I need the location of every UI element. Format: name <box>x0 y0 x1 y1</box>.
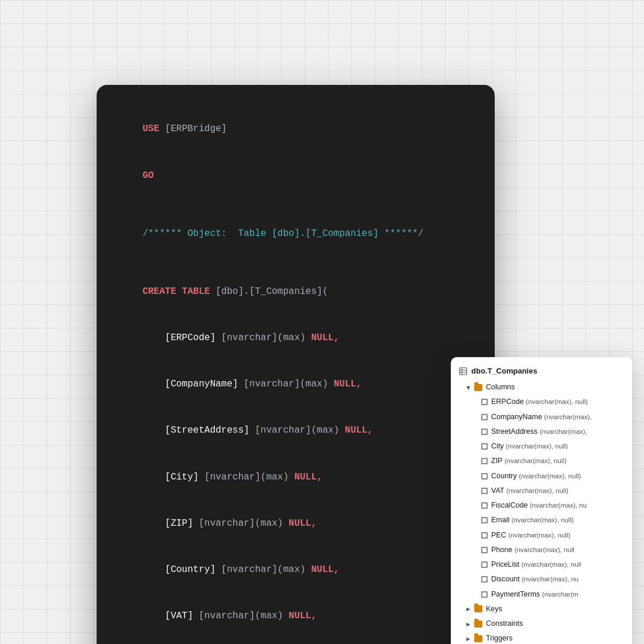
col-icon-street <box>481 429 488 435</box>
col-text-country: Country (nvarchar(max), null) <box>491 470 581 482</box>
col-vat: [VAT] [nvarchar](max) NULL, <box>120 593 471 639</box>
keyword-use: USE <box>142 124 159 134</box>
col-text-erp: ERPCode (nvarchar(max), null) <box>491 396 588 408</box>
col-text-payment: PaymentTerms (nvarchar(m <box>491 588 578 601</box>
col-icon-vat <box>481 488 488 494</box>
col-row-pricelist: PriceList (nvarchar(max), null <box>451 557 632 572</box>
col-text-fiscal: FiscalCode (nvarchar(max), nu <box>491 499 587 512</box>
col-icon-fiscal <box>481 502 488 509</box>
col-row-city: City (nvarchar(max), null) <box>451 439 632 454</box>
db-name: [ERPBridge] <box>159 124 227 134</box>
code-panel: USE [ERPBridge] GO /****** Object: Table… <box>97 85 495 644</box>
keys-section[interactable]: ► Keys <box>451 602 632 616</box>
code-line-create: CREATE TABLE [dbo].[T_Companies]( <box>120 269 471 315</box>
col-text-city: City (nvarchar(max), null) <box>491 440 568 453</box>
comment-text: /****** Object: Table [dbo].[T_Companies… <box>142 228 423 239</box>
table-icon <box>459 367 467 375</box>
col-row-pec: PEC (nvarchar(max), null) <box>451 528 632 543</box>
col-row-email: Email (nvarchar(max), null) <box>451 513 632 527</box>
col-text-email: Email (nvarchar(max), null) <box>491 514 574 526</box>
explorer-title-row: dbo.T_Companies <box>451 365 632 380</box>
triggers-section[interactable]: ► Triggers <box>451 631 632 644</box>
col-city: [City] [nvarchar](max) NULL, <box>120 454 471 500</box>
columns-label: Columns <box>486 381 515 393</box>
col-fiscal: [FiscalCode] [nvarchar](max) NULL, <box>120 639 471 644</box>
col-company: [CompanyName] [nvarchar](max) NULL, <box>120 361 471 407</box>
col-icon-country <box>481 473 488 479</box>
col-text-phone: Phone (nvarchar(max), null <box>491 544 574 556</box>
keys-label: Keys <box>486 603 502 615</box>
table-name: [dbo].[T_Companies]( <box>210 286 328 297</box>
blank-1 <box>120 198 471 210</box>
col-row-street: StreetAddress (nvarchar(max), <box>451 424 632 439</box>
col-street: [StreetAddress] [nvarchar](max) NULL, <box>120 407 471 454</box>
keyword-go1: GO <box>142 170 153 181</box>
col-icon-email <box>481 517 488 523</box>
col-icon-company <box>481 414 488 420</box>
expand-icon-triggers: ► <box>465 635 472 642</box>
col-icon-city <box>481 443 488 450</box>
col-icon-phone <box>481 547 488 553</box>
explorer-panel: dbo.T_Companies ▼ Columns ERPCode (nvarc… <box>451 357 632 644</box>
col-text-zip: ZIP (nvarchar(max), null) <box>491 455 567 467</box>
col-row-vat: VAT (nvarchar(max), null) <box>451 484 632 498</box>
keys-folder-icon <box>474 605 482 612</box>
col-text-pec: PEC (nvarchar(max), null) <box>491 529 570 542</box>
code-line-go1: GO <box>120 152 471 198</box>
col-text-pricelist: PriceList (nvarchar(max), null <box>491 559 581 571</box>
col-icon-pec <box>481 532 488 539</box>
col-icon-pricelist <box>481 561 488 568</box>
code-line-use: USE [ERPBridge] <box>120 106 471 152</box>
col-row-company: CompanyName (nvarchar(max), <box>451 410 632 424</box>
col-row-discount: Discount (nvarchar(max), nu <box>451 572 632 587</box>
col-row-phone: Phone (nvarchar(max), null <box>451 543 632 557</box>
col-text-company: CompanyName (nvarchar(max), <box>491 411 591 423</box>
col-icon-payment <box>481 591 488 598</box>
keyword-create: CREATE <box>142 286 176 297</box>
col-zip: [ZIP] [nvarchar](max) NULL, <box>120 500 471 546</box>
col-row-payment: PaymentTerms (nvarchar(m <box>451 587 632 602</box>
col-erp: [ERPCode] [nvarchar](max) NULL, <box>120 315 471 361</box>
keyword-table: TABLE <box>176 286 210 297</box>
constraints-folder-icon <box>474 621 482 628</box>
col-row-fiscal: FiscalCode (nvarchar(max), nu <box>451 498 632 513</box>
col-text-discount: Discount (nvarchar(max), nu <box>491 573 578 585</box>
collapse-icon: ▼ <box>465 384 472 391</box>
expand-icon-constraints: ► <box>465 621 472 628</box>
code-line-comment: /****** Object: Table [dbo].[T_Companies… <box>120 210 471 256</box>
col-text-vat: VAT (nvarchar(max), null) <box>491 485 568 497</box>
col-text-street: StreetAddress (nvarchar(max), <box>491 426 587 438</box>
triggers-label: Triggers <box>486 632 512 644</box>
svg-rect-0 <box>460 368 467 375</box>
constraints-label: Constraints <box>486 618 523 630</box>
expand-icon-keys: ► <box>465 605 472 612</box>
constraints-section[interactable]: ► Constraints <box>451 616 632 631</box>
columns-folder-icon <box>474 384 482 391</box>
blank-2 <box>120 257 471 269</box>
col-row-country: Country (nvarchar(max), null) <box>451 469 632 484</box>
col-row-erp: ERPCode (nvarchar(max), null) <box>451 395 632 409</box>
col-icon-discount <box>481 576 488 583</box>
columns-section[interactable]: ▼ Columns <box>451 380 632 395</box>
triggers-folder-icon <box>474 635 482 642</box>
col-icon-zip <box>481 458 488 464</box>
col-country: [Country] [nvarchar](max) NULL, <box>120 547 471 593</box>
col-icon-erp <box>481 399 488 405</box>
col-row-zip: ZIP (nvarchar(max), null) <box>451 454 632 468</box>
explorer-title-text: dbo.T_Companies <box>471 366 537 375</box>
